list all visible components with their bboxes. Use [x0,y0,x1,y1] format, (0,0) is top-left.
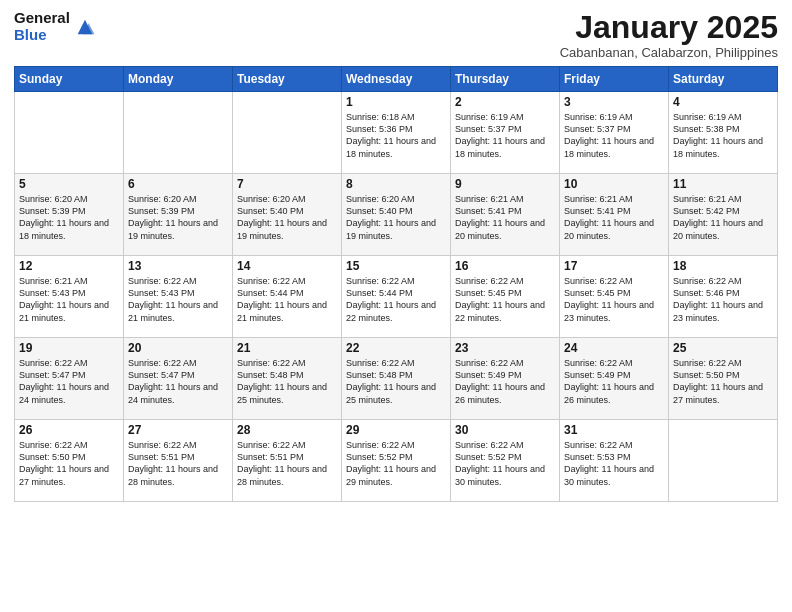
day-info: Sunrise: 6:22 AMSunset: 5:46 PMDaylight:… [673,276,763,322]
table-row: 24Sunrise: 6:22 AMSunset: 5:49 PMDayligh… [560,338,669,420]
day-info: Sunrise: 6:22 AMSunset: 5:43 PMDaylight:… [128,276,218,322]
day-number: 31 [564,423,664,437]
calendar-week-row: 5Sunrise: 6:20 AMSunset: 5:39 PMDaylight… [15,174,778,256]
table-row: 3Sunrise: 6:19 AMSunset: 5:37 PMDaylight… [560,92,669,174]
table-row: 19Sunrise: 6:22 AMSunset: 5:47 PMDayligh… [15,338,124,420]
day-info: Sunrise: 6:19 AMSunset: 5:38 PMDaylight:… [673,112,763,158]
day-number: 20 [128,341,228,355]
day-number: 26 [19,423,119,437]
table-row [233,92,342,174]
day-info: Sunrise: 6:22 AMSunset: 5:47 PMDaylight:… [128,358,218,404]
day-info: Sunrise: 6:19 AMSunset: 5:37 PMDaylight:… [455,112,545,158]
day-info: Sunrise: 6:22 AMSunset: 5:47 PMDaylight:… [19,358,109,404]
table-row [669,420,778,502]
table-row: 23Sunrise: 6:22 AMSunset: 5:49 PMDayligh… [451,338,560,420]
day-number: 9 [455,177,555,191]
day-number: 18 [673,259,773,273]
day-number: 22 [346,341,446,355]
table-row: 1Sunrise: 6:18 AMSunset: 5:36 PMDaylight… [342,92,451,174]
table-row: 14Sunrise: 6:22 AMSunset: 5:44 PMDayligh… [233,256,342,338]
table-row: 7Sunrise: 6:20 AMSunset: 5:40 PMDaylight… [233,174,342,256]
table-row: 12Sunrise: 6:21 AMSunset: 5:43 PMDayligh… [15,256,124,338]
table-row: 17Sunrise: 6:22 AMSunset: 5:45 PMDayligh… [560,256,669,338]
day-number: 15 [346,259,446,273]
table-row: 31Sunrise: 6:22 AMSunset: 5:53 PMDayligh… [560,420,669,502]
day-number: 17 [564,259,664,273]
day-number: 29 [346,423,446,437]
col-sunday: Sunday [15,67,124,92]
day-info: Sunrise: 6:22 AMSunset: 5:51 PMDaylight:… [128,440,218,486]
day-info: Sunrise: 6:22 AMSunset: 5:48 PMDaylight:… [346,358,436,404]
day-number: 14 [237,259,337,273]
day-info: Sunrise: 6:22 AMSunset: 5:48 PMDaylight:… [237,358,327,404]
table-row: 9Sunrise: 6:21 AMSunset: 5:41 PMDaylight… [451,174,560,256]
table-row: 11Sunrise: 6:21 AMSunset: 5:42 PMDayligh… [669,174,778,256]
table-row: 27Sunrise: 6:22 AMSunset: 5:51 PMDayligh… [124,420,233,502]
col-saturday: Saturday [669,67,778,92]
header: General Blue January 2025 Cabanbanan, Ca… [14,10,778,60]
day-number: 10 [564,177,664,191]
day-info: Sunrise: 6:22 AMSunset: 5:50 PMDaylight:… [673,358,763,404]
col-thursday: Thursday [451,67,560,92]
month-title: January 2025 [560,10,778,45]
day-number: 11 [673,177,773,191]
day-info: Sunrise: 6:20 AMSunset: 5:39 PMDaylight:… [128,194,218,240]
day-info: Sunrise: 6:20 AMSunset: 5:40 PMDaylight:… [237,194,327,240]
day-info: Sunrise: 6:18 AMSunset: 5:36 PMDaylight:… [346,112,436,158]
day-number: 30 [455,423,555,437]
day-info: Sunrise: 6:20 AMSunset: 5:40 PMDaylight:… [346,194,436,240]
day-info: Sunrise: 6:22 AMSunset: 5:52 PMDaylight:… [455,440,545,486]
day-number: 7 [237,177,337,191]
day-info: Sunrise: 6:21 AMSunset: 5:41 PMDaylight:… [455,194,545,240]
table-row: 2Sunrise: 6:19 AMSunset: 5:37 PMDaylight… [451,92,560,174]
table-row: 8Sunrise: 6:20 AMSunset: 5:40 PMDaylight… [342,174,451,256]
table-row: 28Sunrise: 6:22 AMSunset: 5:51 PMDayligh… [233,420,342,502]
table-row: 20Sunrise: 6:22 AMSunset: 5:47 PMDayligh… [124,338,233,420]
day-info: Sunrise: 6:22 AMSunset: 5:45 PMDaylight:… [455,276,545,322]
day-number: 23 [455,341,555,355]
logo-blue: Blue [14,27,70,44]
table-row: 29Sunrise: 6:22 AMSunset: 5:52 PMDayligh… [342,420,451,502]
table-row: 16Sunrise: 6:22 AMSunset: 5:45 PMDayligh… [451,256,560,338]
day-number: 19 [19,341,119,355]
day-number: 4 [673,95,773,109]
day-info: Sunrise: 6:22 AMSunset: 5:51 PMDaylight:… [237,440,327,486]
table-row [15,92,124,174]
day-number: 21 [237,341,337,355]
day-info: Sunrise: 6:22 AMSunset: 5:53 PMDaylight:… [564,440,654,486]
logo-text: General Blue [14,10,70,43]
day-info: Sunrise: 6:22 AMSunset: 5:49 PMDaylight:… [564,358,654,404]
table-row: 4Sunrise: 6:19 AMSunset: 5:38 PMDaylight… [669,92,778,174]
day-info: Sunrise: 6:22 AMSunset: 5:52 PMDaylight:… [346,440,436,486]
calendar-table: Sunday Monday Tuesday Wednesday Thursday… [14,66,778,502]
table-row: 18Sunrise: 6:22 AMSunset: 5:46 PMDayligh… [669,256,778,338]
day-info: Sunrise: 6:21 AMSunset: 5:41 PMDaylight:… [564,194,654,240]
table-row: 15Sunrise: 6:22 AMSunset: 5:44 PMDayligh… [342,256,451,338]
location: Cabanbanan, Calabarzon, Philippines [560,45,778,60]
table-row: 6Sunrise: 6:20 AMSunset: 5:39 PMDaylight… [124,174,233,256]
table-row: 30Sunrise: 6:22 AMSunset: 5:52 PMDayligh… [451,420,560,502]
day-info: Sunrise: 6:22 AMSunset: 5:44 PMDaylight:… [346,276,436,322]
table-row: 10Sunrise: 6:21 AMSunset: 5:41 PMDayligh… [560,174,669,256]
col-wednesday: Wednesday [342,67,451,92]
day-info: Sunrise: 6:21 AMSunset: 5:43 PMDaylight:… [19,276,109,322]
calendar-week-row: 1Sunrise: 6:18 AMSunset: 5:36 PMDaylight… [15,92,778,174]
day-number: 28 [237,423,337,437]
day-number: 8 [346,177,446,191]
calendar-week-row: 12Sunrise: 6:21 AMSunset: 5:43 PMDayligh… [15,256,778,338]
col-friday: Friday [560,67,669,92]
table-row: 13Sunrise: 6:22 AMSunset: 5:43 PMDayligh… [124,256,233,338]
day-number: 12 [19,259,119,273]
table-row: 26Sunrise: 6:22 AMSunset: 5:50 PMDayligh… [15,420,124,502]
col-monday: Monday [124,67,233,92]
day-info: Sunrise: 6:20 AMSunset: 5:39 PMDaylight:… [19,194,109,240]
day-number: 5 [19,177,119,191]
table-row: 22Sunrise: 6:22 AMSunset: 5:48 PMDayligh… [342,338,451,420]
day-number: 24 [564,341,664,355]
logo: General Blue [14,10,96,43]
calendar-week-row: 26Sunrise: 6:22 AMSunset: 5:50 PMDayligh… [15,420,778,502]
day-number: 2 [455,95,555,109]
day-info: Sunrise: 6:22 AMSunset: 5:50 PMDaylight:… [19,440,109,486]
day-number: 25 [673,341,773,355]
table-row [124,92,233,174]
